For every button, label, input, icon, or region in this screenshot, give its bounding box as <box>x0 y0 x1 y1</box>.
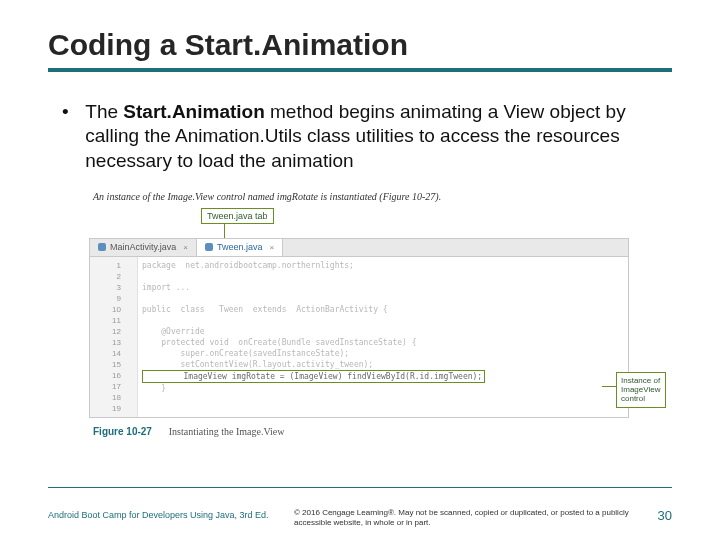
line-gutter: 1 2 3 9 10 11 12 13 14 15 16 17 18 19 <box>90 257 138 417</box>
editor-tabbar: MainActivity.java × Tween.java × <box>90 239 628 257</box>
tab-label: Tween.java <box>217 242 263 252</box>
footer-book-title: Android Boot Camp for Developers Using J… <box>48 508 288 520</box>
close-icon[interactable]: × <box>270 243 275 252</box>
callout-right-leader <box>602 386 616 387</box>
callout-right-box: Instance of ImageView control <box>616 372 666 408</box>
tab-label: MainActivity.java <box>110 242 176 252</box>
callout-line: ImageView <box>621 385 660 394</box>
callout-line: control <box>621 394 645 403</box>
footer-copyright: © 2016 Cengage Learning®. May not be sca… <box>288 508 638 528</box>
ide-screenshot: MainActivity.java × Tween.java × 1 2 3 9… <box>89 238 629 418</box>
slide-title: Coding a Start.Animation <box>0 0 720 66</box>
callout-right: Instance of ImageView control <box>616 372 666 408</box>
callout-line: Instance of <box>621 376 660 385</box>
figure-number: Figure 10-27 <box>93 426 152 437</box>
figure-label: Figure 10-27 Instantiating the Image.Vie… <box>89 418 631 437</box>
bullet-strong: Start.Animation <box>123 101 264 122</box>
footer: Android Boot Camp for Developers Using J… <box>48 508 672 528</box>
page-number: 30 <box>638 508 672 523</box>
code-body: package net.androidbootcamp.northernligh… <box>138 257 628 417</box>
callout-top-box: Tween.java tab <box>201 208 274 224</box>
tab-mainactivity[interactable]: MainActivity.java × <box>90 239 197 256</box>
class-icon <box>205 243 213 251</box>
tab-tween[interactable]: Tween.java × <box>197 239 283 256</box>
figure-top-caption: An instance of the Image.View control na… <box>89 189 631 208</box>
class-icon <box>98 243 106 251</box>
highlighted-code: ImageView imgRotate = (ImageView) findVi… <box>142 370 485 383</box>
bullet-paragraph: • The Start.Animation method begins anim… <box>0 72 720 183</box>
figure-description: Instantiating the Image.View <box>169 426 285 437</box>
bullet-text: The Start.Animation method begins animat… <box>85 100 645 173</box>
footer-divider <box>48 487 672 488</box>
bullet-prefix: The <box>85 101 123 122</box>
close-icon[interactable]: × <box>183 243 188 252</box>
callout-top-leader <box>224 224 225 238</box>
bullet-dot: • <box>62 100 80 124</box>
code-area: 1 2 3 9 10 11 12 13 14 15 16 17 18 19 pa… <box>90 257 628 417</box>
figure-block: An instance of the Image.View control na… <box>89 189 631 437</box>
callout-top: Tween.java tab <box>89 208 631 238</box>
